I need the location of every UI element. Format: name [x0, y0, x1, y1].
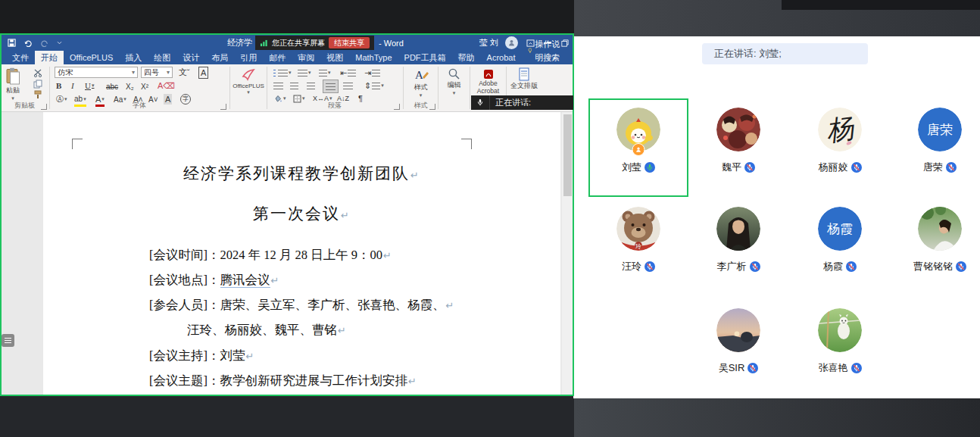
align-right-button[interactable] — [307, 80, 315, 91]
lightbulb-icon — [528, 46, 532, 55]
mic-muted-icon — [851, 162, 862, 173]
avatar-tangrong: 唐荣 — [918, 108, 962, 151]
mic-on-speaking-icon — [644, 162, 655, 173]
participant-tile-wangling[interactable]: 玲 汪玲 — [588, 198, 688, 296]
cut-icon[interactable] — [33, 69, 43, 77]
officeplus-button[interactable]: OfficePLUS ▾ — [232, 67, 265, 95]
styles-button[interactable]: A 样式 ▾ — [407, 67, 435, 98]
tab-file[interactable]: 文件 — [6, 51, 35, 64]
tab-layout[interactable]: 布局 — [205, 51, 234, 64]
officeplus-group: OfficePLUS ▾ — [230, 64, 267, 111]
multilevel-list-button[interactable]: ▾ — [319, 67, 331, 78]
doc-title-1-text: 经济学系列课程教学创新团队 — [183, 164, 410, 183]
tab-acrobat[interactable]: Acrobat — [481, 51, 522, 64]
pilcrow-mark: ↵ — [341, 210, 351, 221]
styles-a-brush-icon: A — [413, 67, 429, 83]
justify-button[interactable] — [323, 80, 338, 92]
participant-tile-liuying[interactable]: 刘莹 — [588, 98, 688, 197]
avatar-wusir — [716, 308, 760, 352]
tell-me-search[interactable]: 操作说明搜索 — [522, 37, 573, 64]
tab-help[interactable]: 帮助 — [452, 51, 481, 64]
tab-pdf-tools[interactable]: PDF工具箱 — [398, 51, 452, 64]
increase-indent-button[interactable]: ⇥ — [364, 67, 380, 78]
full-layout-button[interactable]: 全文排版 — [508, 67, 540, 91]
underline-button[interactable]: U▾ — [85, 80, 94, 91]
officeplus-bird-icon — [241, 67, 256, 83]
tab-home[interactable]: 开始 — [35, 51, 64, 64]
stop-share-button[interactable]: 结束共享 — [329, 37, 370, 48]
redo-icon[interactable] — [40, 39, 49, 47]
vertical-scrollbar[interactable] — [562, 112, 573, 396]
align-center-button[interactable] — [290, 80, 298, 91]
tab-mailings[interactable]: 邮件 — [263, 51, 292, 64]
mic-muted-icon — [946, 162, 957, 173]
doc-line-place: [会议地点]：腾讯会议↵ — [149, 272, 279, 289]
paste-button[interactable]: 粘贴 ▾ — [5, 67, 20, 101]
document-page[interactable]: 经济学系列课程教学创新团队↵ 第一次会议↵ [会议时间]：2024 年 12 月… — [43, 112, 560, 396]
toolbar-mic-cell[interactable] — [471, 95, 490, 110]
tab-review[interactable]: 审阅 — [292, 51, 320, 64]
paragraph-dialog-launcher[interactable] — [394, 104, 400, 110]
participant-tile-yanglijiao[interactable]: 杨 杨丽姣 — [790, 98, 890, 197]
speaking-toolbar-label: 正在讲话: — [490, 97, 531, 108]
tab-view[interactable]: 视图 — [320, 51, 349, 64]
distribute-button[interactable] — [343, 80, 353, 91]
font-size-combo[interactable]: 四号▾ — [141, 67, 173, 78]
format-painter-icon[interactable] — [33, 90, 42, 99]
doc-title-line-2: 第一次会议↵ — [43, 203, 560, 224]
participant-tile-yangxia[interactable]: 杨霞 杨霞 — [790, 198, 890, 296]
clipboard-dialog-launcher[interactable] — [41, 104, 47, 110]
account-avatar[interactable] — [505, 36, 518, 49]
numbering-button[interactable]: ▾ — [298, 67, 311, 78]
tab-references[interactable]: 引用 — [234, 51, 263, 64]
editing-button[interactable]: 编辑 ▾ — [441, 67, 467, 96]
font-name-combo[interactable]: 仿宋▾ — [55, 67, 138, 78]
styles-dialog-launcher[interactable] — [429, 104, 435, 110]
clear-formatting-button[interactable]: A⌫ — [158, 80, 175, 91]
meeting-float-list-button[interactable] — [2, 334, 14, 347]
tab-draw[interactable]: 绘图 — [148, 51, 176, 64]
phonetic-guide-button[interactable]: 文˘ — [179, 67, 190, 77]
svg-text:A: A — [415, 69, 423, 81]
tab-mathtype[interactable]: MathType — [349, 51, 398, 64]
strikethrough-button[interactable]: abc — [106, 81, 118, 92]
align-left-button[interactable] — [273, 80, 283, 91]
participant-tile-wusir[interactable]: 吴SIR — [688, 299, 788, 398]
character-border-button[interactable]: A — [198, 67, 208, 79]
participant-tile-weiping[interactable]: 魏平 — [688, 98, 788, 197]
avatar-initials-blue: 唐荣 — [918, 108, 962, 151]
line-spacing-button[interactable]: ⇕▾ — [364, 80, 384, 91]
pilcrow-mark: ↵ — [446, 300, 454, 311]
bullets-button[interactable]: ▾ — [273, 67, 292, 78]
word-window: 经济学 您正在共享屏幕 结束共享 - Word 莹 刘 — [0, 35, 573, 396]
doc-line-topic-text: [会议主题]：教学创新研究进展与工作计划安排 — [149, 373, 407, 388]
subscript-button[interactable]: X₂ — [126, 81, 134, 92]
mic-muted-icon — [750, 261, 760, 272]
italic-button[interactable]: I — [71, 80, 74, 91]
font-dialog-launcher[interactable] — [220, 104, 226, 110]
tab-officeplus[interactable]: OfficePLUS — [64, 51, 119, 64]
participant-tile-tangrong[interactable]: 唐荣 唐荣 — [890, 98, 980, 197]
titlebar-center: 经济学 您正在共享屏幕 结束共享 - Word — [227, 35, 404, 51]
tab-insert[interactable]: 插入 — [119, 51, 148, 64]
qat-customize-chevron-icon[interactable] — [57, 41, 62, 45]
styles-button-label: 样式 — [414, 83, 428, 92]
tab-design[interactable]: 设计 — [176, 51, 205, 64]
pilcrow-mark: ↵ — [383, 250, 392, 261]
scrollbar-thumb[interactable] — [563, 114, 572, 196]
decrease-indent-button[interactable]: ⇤ — [340, 67, 356, 78]
document-layout-icon — [518, 67, 530, 81]
avatar-wangling: 玲 — [616, 207, 660, 251]
participant-tile-caoming[interactable]: 曹铭铭铭 — [890, 198, 980, 296]
participant-tile-zhangxiyan[interactable]: 张喜艳 — [790, 299, 890, 398]
copy-icon[interactable] — [33, 80, 42, 89]
avatar-liuying — [616, 108, 660, 151]
undo-icon[interactable] — [23, 39, 33, 47]
bold-button[interactable]: B — [56, 80, 61, 91]
pilcrow-mark: ↵ — [246, 351, 254, 362]
participant-tile-liguangxi[interactable]: 李广析 — [688, 198, 788, 296]
superscript-button[interactable]: X² — [141, 81, 148, 92]
mic-muted-icon — [956, 261, 966, 272]
save-icon[interactable] — [8, 39, 16, 47]
mic-icon — [476, 98, 485, 107]
